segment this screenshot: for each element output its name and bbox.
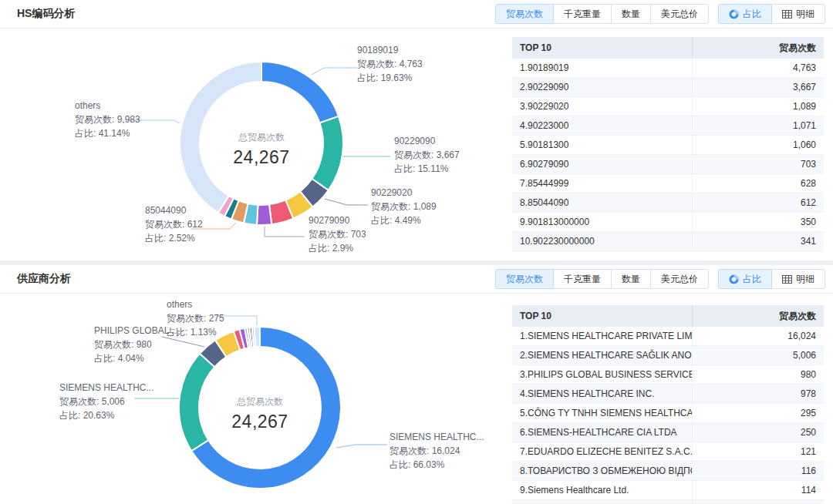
- table-row: 9.901813000000350: [512, 213, 824, 232]
- chart-callout: others贸易次数: 9,983占比: 41.14%: [75, 99, 140, 140]
- donut-slice-90229090[interactable]: [312, 116, 343, 190]
- row-name: 2.SIEMENS HEALTHCARE SAĞLIK ANONİM ŞİRKE…: [512, 346, 693, 365]
- callout-count: 贸易次数: 703: [309, 227, 366, 241]
- table-row: 3.PHILIPS GLOBAL BUSINESS SERVICES LLP98…: [512, 365, 824, 385]
- row-name: 2.90229090: [512, 78, 693, 97]
- metric-quantity-button[interactable]: 数量: [611, 4, 651, 24]
- callout-name: PHILIPS GLOBAL ...: [94, 324, 179, 338]
- callout-count: 贸易次数: 5,006: [59, 395, 153, 408]
- row-trade-count: 295: [693, 404, 825, 423]
- row-trade-count: 341: [693, 232, 825, 251]
- callout-name: 90229090: [394, 134, 460, 148]
- table-row: 5.901813001,060: [512, 136, 824, 155]
- row-name: 1.SIEMENS HEALTHCARE PRIVATE LIMITED: [512, 327, 693, 346]
- view-label: 明细: [796, 5, 814, 23]
- donut-slice-others[interactable]: [255, 327, 260, 347]
- chart-callout: 85044090贸易次数: 612占比: 2.52%: [145, 203, 203, 245]
- row-trade-count: 1,071: [693, 116, 825, 136]
- panel-controls: 贸易次数千克重量数量美元总价占比明细: [495, 4, 825, 24]
- callout-name: others: [75, 99, 140, 113]
- supplier-analysis-panel: 供应商分析 贸易次数千克重量数量美元总价占比明细 总贸易次数 24,267 ot…: [0, 265, 833, 504]
- row-name: 9.901813000000: [512, 213, 693, 232]
- view-detail-button[interactable]: 明细: [771, 4, 825, 24]
- callout-leader-line: [312, 68, 357, 75]
- callout-count: 贸易次数: 612: [145, 217, 203, 231]
- metric-kg-weight-button[interactable]: 千克重量: [553, 4, 612, 24]
- donut-slice-others[interactable]: [180, 62, 261, 213]
- row-name: 5.CÔNG TY TNHH SIEMENS HEALTHCARE.: [512, 404, 693, 423]
- callout-ratio: 占比: 4.49%: [371, 213, 437, 227]
- donut-slice-siemens-healthcare-sa-lik-anoni-m-i-rketi[interactable]: [179, 354, 214, 451]
- row-name: 10.902230000000: [512, 232, 693, 251]
- table-row: 1.SIEMENS HEALTHCARE PRIVATE LIMITED16,0…: [512, 327, 824, 346]
- panel-controls: 贸易次数千克重量数量美元总价占比明细: [495, 269, 825, 289]
- view-label: 明细: [796, 270, 814, 288]
- table-row: 6.SIEMENS-HEALTHCARE CIA LTDA250: [512, 423, 824, 442]
- table-row: 6.90279090703: [512, 155, 824, 174]
- table-icon: [782, 274, 792, 284]
- view-ratio-button[interactable]: 占比: [718, 269, 772, 289]
- row-trade-count: 1,089: [693, 97, 825, 116]
- metric-usd-total-button[interactable]: 美元总价: [650, 4, 709, 24]
- chart-callout: 90279090贸易次数: 703占比: 2.9%: [309, 213, 366, 255]
- row-name: 7.EDUARDO ELIZECHE BENITEZ S.A.C.: [512, 442, 693, 462]
- table-row: 10.SIEMENS HEALTHCARE CIA LTDA.108: [512, 500, 824, 504]
- panel-title: 供应商分析: [17, 272, 71, 286]
- table-row: 9.Siemens Healthcare Ltd.114: [512, 481, 824, 500]
- callout-name: 90189019: [357, 43, 423, 57]
- callout-name: SIEMENS HEALTHC...: [390, 430, 484, 444]
- callout-count: 贸易次数: 4,763: [357, 57, 423, 71]
- row-trade-count: 5,006: [693, 346, 825, 365]
- view-label: 占比: [743, 270, 761, 288]
- callout-count: 贸易次数: 3,667: [394, 148, 460, 162]
- trade-analytics-dashboard: HS编码分析 贸易次数千克重量数量美元总价占比明细 总贸易次数 24,267 9…: [0, 0, 833, 504]
- donut-slice-90279090[interactable]: [257, 204, 271, 225]
- callout-name: 85044090: [145, 203, 203, 217]
- table-row: 1.901890194,763: [512, 59, 824, 78]
- donut-icon: [729, 274, 739, 284]
- callout-leader-line: [265, 227, 305, 237]
- table-row: 7.EDUARDO ELIZECHE BENITEZ S.A.C.121: [512, 442, 824, 462]
- view-toggle-group: 占比明细: [718, 4, 825, 24]
- row-name: 10.SIEMENS HEALTHCARE CIA LTDA.: [512, 500, 693, 504]
- chart-callout: SIEMENS HEALTHC...贸易次数: 5,006占比: 20.63%: [59, 381, 153, 422]
- callout-count: 贸易次数: 16,024: [390, 444, 484, 458]
- row-name: 9.Siemens Healthcare Ltd.: [512, 481, 693, 500]
- top10-column-header: TOP 10: [512, 305, 693, 327]
- view-ratio-button[interactable]: 占比: [718, 4, 772, 24]
- row-name: 6.SIEMENS-HEALTHCARE CIA LTDA: [512, 423, 693, 442]
- trade-count-column-header: 贸易次数: [693, 37, 825, 59]
- donut-icon: [729, 9, 739, 19]
- row-trade-count: 121: [693, 442, 825, 462]
- table-row: 4.902230001,071: [512, 116, 824, 136]
- row-trade-count: 3,667: [693, 78, 825, 97]
- callout-ratio: 占比: 41.14%: [75, 126, 140, 140]
- metric-quantity-button[interactable]: 数量: [611, 269, 651, 289]
- metric-usd-total-button[interactable]: 美元总价: [650, 269, 709, 289]
- row-trade-count: 1,060: [693, 136, 825, 155]
- metric-trade-count-button[interactable]: 贸易次数: [495, 4, 554, 24]
- hs-code-analysis-panel: HS编码分析 贸易次数千克重量数量美元总价占比明细 总贸易次数 24,267 9…: [0, 0, 833, 260]
- metric-kg-weight-button[interactable]: 千克重量: [553, 269, 612, 289]
- row-trade-count: 16,024: [693, 327, 825, 346]
- row-trade-count: 116: [693, 462, 825, 481]
- panel-header: HS编码分析 贸易次数千克重量数量美元总价占比明细: [0, 0, 833, 29]
- chart-callout: 90229020贸易次数: 1,089占比: 4.49%: [371, 186, 437, 227]
- row-name: 6.90279090: [512, 155, 693, 174]
- metric-trade-count-button[interactable]: 贸易次数: [495, 269, 554, 289]
- callout-count: 贸易次数: 1,089: [371, 200, 437, 213]
- callout-ratio: 占比: 66.03%: [390, 458, 484, 472]
- row-name: 7.85444999: [512, 174, 693, 193]
- callout-name: 90229020: [371, 186, 437, 200]
- view-detail-button[interactable]: 明细: [771, 269, 825, 289]
- callout-ratio: 占比: 2.9%: [309, 241, 366, 255]
- callout-name: SIEMENS HEALTHC...: [59, 381, 153, 395]
- callout-ratio: 占比: 2.52%: [145, 231, 203, 245]
- donut-slice-90189019[interactable]: [261, 62, 339, 123]
- row-name: 4.SIEMENS HEALTHCARE INC.: [512, 385, 693, 404]
- row-name: 8.ТОВАРИСТВО З ОБМЕЖЕНОЮ ВІДПОВІДАЛЬНІСТ: [512, 462, 693, 481]
- row-name: 5.90181300: [512, 136, 693, 155]
- table-header-row: TOP 10 贸易次数: [512, 305, 824, 327]
- table-row: 4.SIEMENS HEALTHCARE INC.978: [512, 385, 824, 404]
- row-trade-count: 250: [693, 423, 825, 442]
